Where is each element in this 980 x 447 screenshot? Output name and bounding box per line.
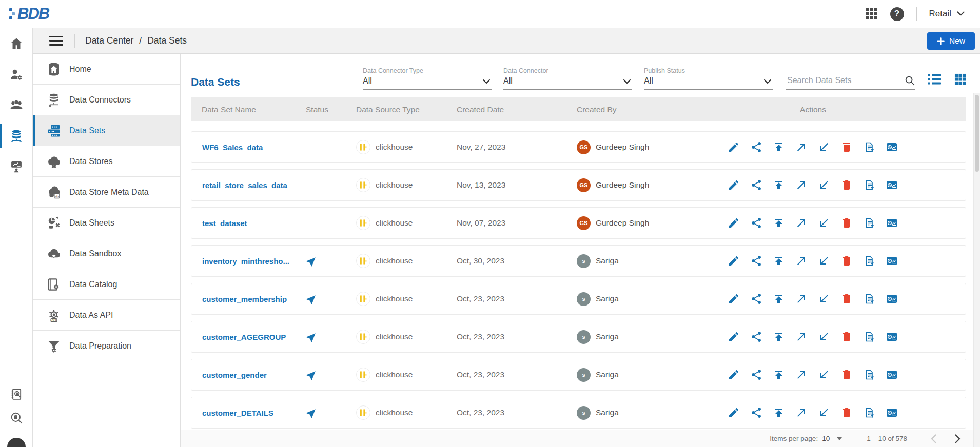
- open-in-new-icon[interactable]: [795, 141, 808, 153]
- delete-icon[interactable]: [840, 141, 853, 153]
- share-icon[interactable]: [750, 217, 762, 229]
- previous-page-icon[interactable]: [931, 434, 936, 443]
- sidebar-item-home[interactable]: Home: [33, 54, 180, 85]
- sidebar-item-data-stores[interactable]: Data Stores: [33, 146, 180, 177]
- data-profile-icon[interactable]: [886, 179, 898, 191]
- rail-user-groups-icon[interactable]: [0, 90, 32, 120]
- open-in-new-icon[interactable]: [795, 217, 808, 229]
- bdb-logo[interactable]: BDB: [9, 5, 49, 23]
- edit-icon[interactable]: [728, 369, 740, 381]
- dataset-name-link[interactable]: WF6_Sales_data: [202, 143, 263, 152]
- filter-data-connector-type[interactable]: Data Connector Type All: [363, 67, 492, 90]
- dataset-name-link[interactable]: retail_store_sales_data: [202, 181, 287, 190]
- share-icon[interactable]: [750, 293, 762, 305]
- edit-icon[interactable]: [728, 331, 740, 343]
- pull-icon[interactable]: [818, 179, 830, 191]
- open-in-new-icon[interactable]: [795, 369, 808, 381]
- pull-icon[interactable]: [818, 293, 830, 305]
- new-button[interactable]: New: [927, 32, 975, 50]
- open-in-new-icon[interactable]: [795, 179, 808, 191]
- publish-icon[interactable]: [773, 407, 785, 419]
- publish-icon[interactable]: [773, 293, 785, 305]
- edit-icon[interactable]: [728, 255, 740, 267]
- pull-icon[interactable]: [818, 141, 830, 153]
- pull-icon[interactable]: [818, 331, 830, 343]
- search-icon[interactable]: [904, 75, 915, 86]
- sidebar-item-data-catalog[interactable]: Data Catalog: [33, 269, 180, 300]
- data-prep-filter-icon[interactable]: [863, 369, 875, 381]
- open-in-new-icon[interactable]: [795, 255, 808, 267]
- open-in-new-icon[interactable]: [795, 293, 808, 305]
- data-profile-icon[interactable]: [886, 217, 898, 229]
- sidebar-item-data-store-meta-data[interactable]: </> Data Store Meta Data: [33, 177, 180, 208]
- breadcrumb-data-center[interactable]: Data Center: [85, 35, 133, 46]
- filter-data-connector[interactable]: Data Connector All: [503, 67, 632, 90]
- filter-publish-status[interactable]: Publish Status All: [644, 67, 773, 90]
- sidebar-item-data-sheets[interactable]: Data Sheets: [33, 208, 180, 238]
- delete-icon[interactable]: [840, 179, 853, 191]
- workspace-selector[interactable]: Retail: [929, 9, 965, 19]
- data-prep-filter-icon[interactable]: [863, 217, 875, 229]
- dataset-name-link[interactable]: test_dataset: [202, 219, 247, 228]
- sidebar-item-data-preparation[interactable]: Data Preparation: [33, 331, 180, 361]
- menu-toggle-button[interactable]: [49, 36, 63, 46]
- sidebar-item-data-connectors[interactable]: Data Connectors: [33, 85, 180, 115]
- items-per-page-select[interactable]: 10: [822, 435, 842, 442]
- dataset-name-link[interactable]: customer_gender: [202, 371, 267, 379]
- edit-icon[interactable]: [728, 217, 740, 229]
- rail-user-management-icon[interactable]: [0, 59, 32, 90]
- data-prep-filter-icon[interactable]: [863, 407, 875, 419]
- scrollbar-track[interactable]: [973, 93, 980, 447]
- sidebar-item-data-sandbox[interactable]: Data Sandbox: [33, 238, 180, 269]
- sidebar-item-data-sets[interactable]: Data Sets: [33, 115, 180, 146]
- apps-grid-icon[interactable]: [866, 8, 878, 20]
- search-input[interactable]: [786, 75, 904, 86]
- share-icon[interactable]: [750, 331, 762, 343]
- open-in-new-icon[interactable]: [795, 331, 808, 343]
- data-prep-filter-icon[interactable]: [863, 255, 875, 267]
- share-icon[interactable]: [750, 179, 762, 191]
- open-in-new-icon[interactable]: [795, 407, 808, 419]
- publish-icon[interactable]: [773, 331, 785, 343]
- dataset-name-link[interactable]: customer_membership: [202, 295, 287, 303]
- data-profile-icon[interactable]: [886, 293, 898, 305]
- pull-icon[interactable]: [818, 369, 830, 381]
- share-icon[interactable]: [750, 407, 762, 419]
- edit-icon[interactable]: [728, 293, 740, 305]
- chat-bubble-icon[interactable]: ...: [7, 438, 26, 447]
- data-profile-icon[interactable]: [886, 255, 898, 267]
- grid-view-icon[interactable]: [954, 73, 966, 85]
- scrollbar-thumb[interactable]: [975, 95, 979, 172]
- delete-icon[interactable]: [840, 255, 853, 267]
- edit-icon[interactable]: [728, 179, 740, 191]
- delete-icon[interactable]: [840, 217, 853, 229]
- dataset-name-link[interactable]: customer_DETAILS: [202, 409, 273, 417]
- rail-data-center-icon[interactable]: [0, 120, 32, 151]
- sidebar-item-data-as-api[interactable]: API Data As API: [33, 300, 180, 331]
- edit-icon[interactable]: [728, 407, 740, 419]
- pull-icon[interactable]: [818, 407, 830, 419]
- pull-icon[interactable]: [818, 217, 830, 229]
- next-page-icon[interactable]: [955, 434, 961, 443]
- data-profile-icon[interactable]: [886, 369, 898, 381]
- share-icon[interactable]: [750, 369, 762, 381]
- dataset-name-link[interactable]: inventory_minthresho...: [202, 257, 289, 266]
- data-profile-icon[interactable]: [886, 141, 898, 153]
- publish-icon[interactable]: [773, 255, 785, 267]
- edit-icon[interactable]: [728, 141, 740, 153]
- pull-icon[interactable]: [818, 255, 830, 267]
- list-view-icon[interactable]: [928, 73, 941, 85]
- share-icon[interactable]: [750, 141, 762, 153]
- help-icon[interactable]: ?: [890, 7, 904, 21]
- data-profile-icon[interactable]: [886, 407, 898, 419]
- rail-data-search-notebook-icon[interactable]: [0, 387, 32, 401]
- publish-icon[interactable]: [773, 217, 785, 229]
- share-icon[interactable]: [750, 255, 762, 267]
- rail-business-story-icon[interactable]: [0, 151, 32, 182]
- dataset-name-link[interactable]: customer_AGEGROUP: [202, 333, 286, 341]
- data-profile-icon[interactable]: [886, 331, 898, 343]
- rail-home-icon[interactable]: [0, 28, 32, 59]
- delete-icon[interactable]: [840, 369, 853, 381]
- publish-icon[interactable]: [773, 179, 785, 191]
- publish-icon[interactable]: [773, 369, 785, 381]
